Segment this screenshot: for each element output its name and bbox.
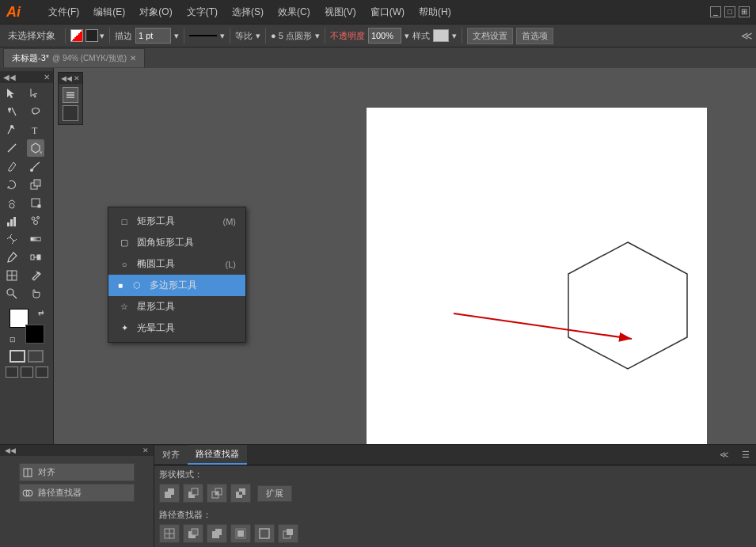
toolbar-collapse-icon[interactable]: ≪	[741, 29, 753, 42]
win-maximize[interactable]: □	[724, 6, 735, 17]
pf-divide-btn[interactable]	[159, 524, 180, 543]
pf-outline-btn[interactable]	[254, 524, 275, 543]
sep7	[462, 28, 462, 44]
screen-mode3-icon[interactable]	[36, 367, 48, 378]
middle-area: ◀◀ ✕	[0, 68, 756, 444]
win-arrange[interactable]: ⊞	[739, 6, 750, 17]
menu-effect[interactable]: 效果(C)	[272, 4, 317, 21]
mesh-tool[interactable]	[3, 230, 21, 248]
line-style-arrow[interactable]: ▾	[220, 31, 225, 41]
tools-panel-close[interactable]: ✕	[44, 73, 50, 82]
opacity-input[interactable]	[368, 28, 401, 44]
zoom-tool[interactable]	[3, 285, 21, 302]
shape-minus-btn[interactable]	[183, 484, 203, 503]
expand-button[interactable]: 扩展	[257, 485, 292, 502]
type-tool[interactable]: T	[27, 121, 44, 139]
blend-tool[interactable]	[27, 249, 44, 266]
stroke-line-preview	[189, 35, 217, 36]
mini-screen-btn[interactable]	[63, 105, 78, 121]
style-preview[interactable]	[433, 29, 449, 42]
gradient-tool[interactable]	[27, 230, 44, 248]
stroke-color-box[interactable]	[70, 29, 83, 42]
panel-menu-icon[interactable]: ☰	[735, 447, 756, 462]
ctx-flare-tool[interactable]: ✦ 光晕工具	[108, 317, 245, 339]
menu-object[interactable]: 对象(O)	[133, 4, 178, 21]
shape-exclude-btn[interactable]	[230, 484, 251, 503]
direct-selection-tool[interactable]	[27, 85, 44, 102]
tab-align[interactable]: 对齐	[154, 446, 188, 464]
scale-tool[interactable]	[27, 176, 44, 193]
pen-tool[interactable]	[3, 121, 21, 139]
pf-trim-btn[interactable]	[183, 524, 203, 543]
swap-colors-icon[interactable]: ⇄	[38, 309, 44, 317]
pf-crop-btn[interactable]	[230, 524, 251, 543]
stroke-dropdown-arrow[interactable]: ▾	[100, 31, 104, 41]
align-button[interactable]: 对齐	[19, 463, 135, 481]
document-tab[interactable]: 未标题-3* @ 94% (CMYK/预览) ✕	[3, 48, 145, 67]
win-minimize[interactable]: _	[710, 6, 721, 17]
opacity-arrow[interactable]: ▾	[405, 31, 409, 41]
dots-arrow[interactable]: ▾	[315, 31, 320, 41]
eyedropper-tool[interactable]	[3, 249, 21, 266]
slice-tool[interactable]	[3, 267, 21, 284]
brush-tool[interactable]	[27, 158, 44, 175]
pencil-tool[interactable]	[3, 158, 21, 175]
quick-mask-icon[interactable]	[28, 350, 44, 363]
tab-pathfinder[interactable]: 路径查找器	[188, 445, 247, 465]
normal-mode-icon[interactable]	[9, 350, 25, 363]
full-screen-icon[interactable]	[6, 367, 18, 378]
rotate-tool[interactable]	[3, 176, 21, 193]
shape-intersect-btn[interactable]	[207, 484, 227, 503]
style-arrow[interactable]: ▾	[452, 31, 457, 41]
background-swatch[interactable]	[25, 325, 44, 344]
lbp-close-icon[interactable]: ✕	[142, 446, 149, 454]
pf-minus-back-btn[interactable]	[278, 524, 298, 543]
shape-tool[interactable]: ▾	[27, 139, 44, 157]
pathfinder-shortcut-button[interactable]: 路径查找器	[19, 484, 135, 502]
free-transform-tool[interactable]	[27, 194, 44, 211]
tools-panel-collapse[interactable]: ◀◀	[3, 73, 16, 82]
symbol-sprayer-tool[interactable]	[27, 212, 44, 230]
menu-help[interactable]: 帮助(H)	[412, 4, 458, 21]
tools-panel-header: ◀◀ ✕	[0, 71, 53, 83]
lbp-collapse-icon[interactable]: ◀◀	[5, 446, 16, 454]
shape-unite-btn[interactable]	[159, 484, 180, 503]
ctx-rectangle-tool[interactable]: □ 矩形工具 (M)	[108, 211, 245, 232]
ctx-ellipse-tool[interactable]: ○ 椭圆工具 (L)	[108, 253, 245, 275]
graph-tool[interactable]	[3, 212, 21, 230]
menu-edit[interactable]: 编辑(E)	[87, 4, 131, 21]
menu-file[interactable]: 文件(F)	[42, 4, 85, 21]
mini-panel-header: ◀◀ ✕	[59, 73, 82, 84]
menu-window[interactable]: 窗口(W)	[364, 4, 411, 21]
mini-panel-collapse-icon[interactable]: ◀◀	[61, 74, 72, 82]
tab-close-button[interactable]: ✕	[130, 54, 136, 63]
reset-colors-icon[interactable]: ⊡	[9, 336, 16, 344]
fill-color-box[interactable]	[85, 29, 98, 42]
mini-panel-close-icon[interactable]: ✕	[74, 74, 80, 82]
ctx-star-tool[interactable]: ☆ 星形工具	[108, 296, 245, 317]
line-tool[interactable]	[3, 139, 21, 157]
panel-collapse-icon[interactable]: ≪	[713, 447, 735, 462]
ctx-polygon-tool[interactable]: ■ ⬡ 多边形工具	[108, 275, 245, 296]
svg-rect-53	[192, 529, 198, 535]
menu-view[interactable]: 视图(V)	[318, 4, 363, 21]
stroke-width-arrow[interactable]: ▾	[174, 31, 179, 41]
first-page-button[interactable]: 首选项	[516, 28, 553, 44]
menu-select[interactable]: 选择(S)	[226, 4, 270, 21]
menu-text[interactable]: 文字(T)	[180, 4, 224, 21]
line-label-arrow[interactable]: ▾	[256, 31, 260, 41]
doc-settings-button[interactable]: 文档设置	[467, 28, 513, 44]
pf-merge-btn[interactable]	[207, 524, 227, 543]
stroke-width-input[interactable]	[135, 28, 171, 44]
hand-tool[interactable]	[27, 285, 44, 302]
selection-tool[interactable]	[3, 85, 21, 102]
align-pathfinder-panel: 对齐 路径查找器 ≪ ☰ 形状模式：	[154, 445, 756, 547]
mini-align-btn[interactable]	[63, 87, 78, 103]
eraser-tool[interactable]	[27, 267, 44, 284]
lasso-tool[interactable]	[27, 103, 44, 120]
ctx-rounded-rect-tool[interactable]: ▢ 圆角矩形工具	[108, 232, 245, 253]
magic-wand-tool[interactable]	[3, 103, 21, 120]
warp-tool[interactable]	[3, 194, 21, 211]
polygon-bullet: ■	[118, 281, 123, 290]
screen-mode2-icon[interactable]	[21, 367, 33, 378]
